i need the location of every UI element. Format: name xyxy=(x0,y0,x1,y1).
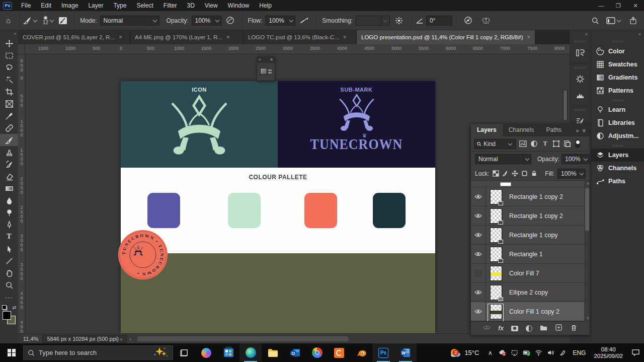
tab-cover-psd[interactable]: COVER.psd @ 51,6% (Layer 2, R...× xyxy=(18,30,130,44)
hand-tool[interactable] xyxy=(0,267,18,279)
workspace-switcher-icon[interactable] xyxy=(606,17,622,24)
search-icon[interactable] xyxy=(591,17,599,25)
canvas-horizontal-scrollbar[interactable] xyxy=(137,336,349,341)
panel-button-color[interactable]: Color xyxy=(591,45,644,58)
blend-mode-dropdown[interactable]: Normal xyxy=(475,154,531,164)
toolbar-collapse-icon[interactable]: » xyxy=(0,30,18,37)
language-indicator[interactable]: ENG xyxy=(569,349,590,356)
panel-close-icon[interactable]: ✕ xyxy=(270,57,273,62)
layer-row-rectangle-1-copy[interactable]: Rectangle 1 copy xyxy=(471,226,590,245)
layer-thumbnail[interactable] xyxy=(490,247,502,262)
layer-row-rectangle-1[interactable]: Rectangle 1 xyxy=(471,245,590,264)
link-layers-icon[interactable] xyxy=(483,324,491,333)
fill-dropdown[interactable]: 100% xyxy=(557,169,586,179)
crop-tool[interactable] xyxy=(0,86,18,98)
layer-row-color-fill-7[interactable]: Color Fill 7 xyxy=(471,264,590,283)
clone-stamp-tool[interactable] xyxy=(0,146,18,158)
photoshop-button[interactable]: Ps xyxy=(372,343,394,362)
blender-button[interactable] xyxy=(350,343,372,362)
lock-all-icon[interactable] xyxy=(531,170,537,177)
tab-close-icon[interactable]: × xyxy=(226,34,230,41)
layer-row-rectangle-1-copy-2a[interactable]: Rectangle 1 copy 2 xyxy=(471,187,590,206)
visibility-toggle[interactable] xyxy=(471,187,486,206)
dodge-tool[interactable] xyxy=(0,206,18,219)
document-canvas[interactable]: ICON SUB-MARK TUNECROWN ♛ COLOUR PALLETE xyxy=(121,81,435,333)
panel-collapse-icon[interactable]: » xyxy=(576,127,579,133)
clock-widget[interactable]: 08:40 2025/09/02 xyxy=(590,346,627,359)
panel-button-layers[interactable]: Layers xyxy=(591,149,644,162)
restore-button[interactable]: ❐ xyxy=(610,0,627,11)
panel-button-libraries[interactable]: Libraries xyxy=(591,116,644,129)
start-button[interactable] xyxy=(0,343,23,362)
brush-settings-panel-icon[interactable] xyxy=(573,73,588,86)
zoom-level-value[interactable]: 11,4% xyxy=(23,336,38,342)
visibility-toggle[interactable] xyxy=(471,283,486,302)
panel-button-paths[interactable]: Paths xyxy=(591,175,644,188)
layer-thumbnail[interactable] xyxy=(490,266,502,281)
brush-preset-chevron[interactable] xyxy=(33,18,37,22)
visibility-toggle[interactable] xyxy=(471,302,486,321)
delete-layer-icon[interactable] xyxy=(570,324,578,333)
visibility-toggle[interactable] xyxy=(471,206,486,225)
crunchyroll-button[interactable] xyxy=(328,343,350,362)
tab-paths[interactable]: Paths xyxy=(540,124,568,136)
battery-status-icon[interactable] xyxy=(520,343,532,362)
history-panel-icon[interactable] xyxy=(573,46,588,59)
panel-button-learn[interactable]: Learn xyxy=(591,103,644,116)
filter-toggle-switch[interactable] xyxy=(575,139,580,148)
brush-tool-icon[interactable] xyxy=(23,16,32,25)
tab-close-icon[interactable]: × xyxy=(527,34,530,41)
pressure-opacity-icon[interactable] xyxy=(226,16,234,25)
menu-layer[interactable]: Layer xyxy=(83,0,108,11)
layer-thumbnail[interactable] xyxy=(490,189,502,204)
edge-button[interactable] xyxy=(239,343,262,362)
foreground-color-swatch[interactable] xyxy=(3,311,11,320)
menu-edit[interactable]: Edit xyxy=(36,0,56,11)
filter-smart-objects-icon[interactable] xyxy=(563,139,572,148)
blur-tool[interactable] xyxy=(0,194,18,206)
adjustment-layer-icon[interactable] xyxy=(526,325,532,332)
symmetry-butterfly-icon[interactable] xyxy=(481,17,491,25)
opacity-dropdown[interactable]: 100% xyxy=(192,16,222,26)
new-layer-icon[interactable] xyxy=(555,324,562,333)
layer-thumbnail[interactable] xyxy=(490,208,502,224)
share-icon[interactable] xyxy=(629,17,637,25)
layer-thumbnail[interactable] xyxy=(490,304,502,319)
flow-dropdown[interactable]: 100% xyxy=(265,16,295,26)
volume-icon[interactable] xyxy=(544,343,556,362)
brush-preset-picker[interactable]: 12 xyxy=(43,16,48,25)
edit-toolbar-icon[interactable]: ··· xyxy=(0,291,18,303)
panel-expand-icon[interactable]: » xyxy=(259,57,261,62)
new-group-icon[interactable] xyxy=(540,324,547,333)
filter-shape-layers-icon[interactable] xyxy=(552,139,560,148)
healing-brush-tool[interactable] xyxy=(0,122,18,134)
lock-transparent-pixels-icon[interactable] xyxy=(493,170,499,177)
pressure-size-icon[interactable] xyxy=(464,16,472,25)
brush-angle-value[interactable]: 0° xyxy=(426,16,452,26)
mode-dropdown[interactable]: Normal xyxy=(100,16,159,26)
pen-tool[interactable] xyxy=(0,219,18,231)
brush-settings-toggle-icon[interactable] xyxy=(58,17,67,25)
filter-adjustment-layers-icon[interactable] xyxy=(530,139,538,148)
chrome-button[interactable] xyxy=(306,343,328,362)
wifi-icon[interactable] xyxy=(532,343,544,362)
tab-channels[interactable]: Channels xyxy=(503,124,540,136)
panel-button-adjustments[interactable]: Adjustm... xyxy=(591,129,644,142)
pen-settings-icon[interactable] xyxy=(556,343,569,362)
layers-scrollbar[interactable]: ˄ ˅ xyxy=(584,181,590,321)
tab-close-icon[interactable]: × xyxy=(119,34,122,41)
menu-select[interactable]: Select xyxy=(131,0,158,11)
layer-row-rectangle-1-copy-2b[interactable]: Rectangle 1 copy 2 xyxy=(471,206,590,226)
lock-position-icon[interactable] xyxy=(512,170,518,177)
eyedropper-tool[interactable] xyxy=(0,110,18,122)
lasso-tool[interactable] xyxy=(0,61,18,74)
layer-row-partial[interactable] xyxy=(471,181,590,187)
file-explorer-button[interactable] xyxy=(262,343,284,362)
taskbar-search-box[interactable]: Type here to search xyxy=(23,345,173,360)
notification-center-button[interactable] xyxy=(627,343,644,362)
tab-logo-tc-psd[interactable]: LOGO TC.psd @ 13,6% (Black-C...× xyxy=(244,30,357,44)
outlook-button[interactable]: O xyxy=(284,343,306,362)
weather-widget[interactable]: 2 15°C xyxy=(444,348,484,358)
task-view-button[interactable] xyxy=(173,343,195,362)
swap-colors-icon[interactable]: ⇄ xyxy=(12,305,16,310)
